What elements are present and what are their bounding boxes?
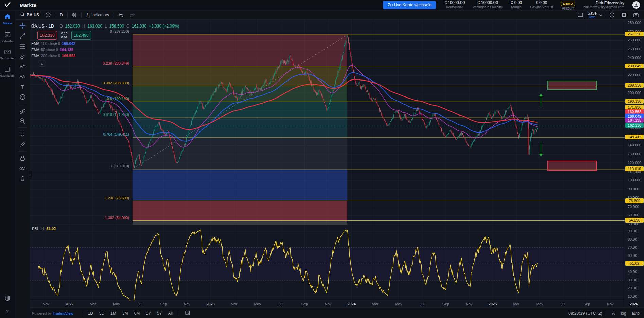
time-axis-label: 2024: [347, 302, 355, 306]
chart-area[interactable]: 0 (267.250)0.236 (230.849)0.382 (208.330…: [30, 19, 625, 301]
rsi-legend: RSI 14 51.02: [32, 227, 56, 231]
range-button-1m[interactable]: 1M: [108, 310, 119, 317]
camera-icon[interactable]: [631, 12, 641, 18]
trash-icon[interactable]: [17, 174, 28, 183]
lock-icon[interactable]: [17, 154, 28, 163]
text-icon[interactable]: T: [17, 82, 28, 91]
svg-text:1.382 (54.090): 1.382 (54.090): [105, 216, 129, 220]
pencil-icon[interactable]: [17, 140, 28, 149]
pattern-icon[interactable]: [17, 72, 28, 81]
scale-button-log[interactable]: log: [619, 310, 629, 317]
sidebar-item-märkte-0[interactable]: Märkte: [0, 10, 15, 28]
sidebar-item-nachrichten-2[interactable]: Nachrichten: [0, 46, 15, 63]
time-axis-label: 2023: [206, 302, 214, 306]
price-tag: 169.552: [625, 109, 644, 114]
svg-text:1.236 (76.609): 1.236 (76.609): [105, 196, 129, 200]
trendline-icon[interactable]: [17, 31, 28, 40]
ema-legend-row[interactable]: EMA200 close 0169.552: [31, 53, 179, 58]
time-axis-label: Nov: [466, 302, 473, 306]
top-bar: Märkte Zu Live-Konto wechseln € 10000.00…: [0, 0, 644, 11]
go-to-date-icon[interactable]: [182, 309, 193, 317]
price-tag: 162.330: [625, 123, 644, 128]
magnet-icon[interactable]: [17, 130, 28, 139]
home-icon: [4, 14, 11, 21]
contrast-icon[interactable]: [5, 295, 11, 302]
time-axis-label: Mar: [372, 302, 378, 306]
svg-text:0.236 (230.849): 0.236 (230.849): [103, 61, 129, 65]
time-axis-label: Nov: [607, 302, 614, 306]
price-axis-label: 140.000: [628, 143, 641, 147]
indicators-button[interactable]: ƒx Indicators: [84, 11, 111, 19]
panel-layout-icon[interactable]: [576, 12, 585, 18]
time-axis-label: Nov: [42, 302, 49, 306]
rsi-axis-label: 20.00: [628, 286, 637, 290]
price-axis-label: 60.000: [628, 213, 639, 217]
legend-collapse-button[interactable]: ▲: [39, 60, 45, 67]
range-button-1d[interactable]: 1D: [85, 310, 96, 317]
clock[interactable]: 08:28:39 (UTC+2): [568, 311, 602, 316]
range-button-3m[interactable]: 3M: [120, 310, 131, 317]
range-button-5y[interactable]: 5Y: [154, 310, 165, 317]
svg-text:1 (113.010): 1 (113.010): [110, 164, 129, 168]
price-tag: 230.849: [625, 64, 644, 68]
price-axis-label: 130.000: [628, 152, 641, 156]
price-tag: 113.010: [625, 166, 644, 171]
ema-legend-row[interactable]: EMA50 close 0164.135: [31, 47, 179, 52]
eye-icon[interactable]: [17, 164, 28, 173]
time-axis-label: Jul: [561, 302, 565, 306]
sidebar-item-kalender-1[interactable]: Kalender: [0, 28, 15, 46]
time-axis-label: Sep: [442, 302, 449, 306]
spread-value: 0.16 0.01: [58, 31, 70, 40]
time-axis-label: 2025: [489, 302, 497, 306]
range-button-all[interactable]: All: [166, 310, 175, 317]
pitchfork-icon[interactable]: [17, 52, 28, 61]
crosshair-icon[interactable]: [17, 21, 28, 30]
save-button[interactable]: Save Save: [588, 11, 597, 19]
price-tag: 149.411: [625, 135, 644, 139]
news-icon: [5, 67, 11, 73]
time-axis[interactable]: Nov2022MarMayJulSepNov2023MarMayJulSepNo…: [30, 301, 625, 308]
brand-logo-icon: [0, 2, 15, 8]
scale-button-auto[interactable]: auto: [629, 310, 642, 317]
interval-button[interactable]: D: [58, 12, 65, 18]
switch-live-account-button[interactable]: Zu Live-Konto wechseln: [383, 1, 436, 9]
change-value: +3.330 (+2.09%): [149, 24, 179, 29]
buy-button[interactable]: 162.490: [71, 31, 91, 40]
symbol-search[interactable]: BA.US: [18, 11, 41, 19]
zoom-in-icon[interactable]: [17, 116, 28, 125]
svg-text:0.382 (208.330): 0.382 (208.330): [103, 81, 129, 85]
price-axis-label: 120.000: [628, 161, 641, 165]
time-axis-label: May: [536, 302, 543, 306]
price-tag: 54.090: [625, 218, 644, 223]
range-button-5d[interactable]: 5D: [97, 310, 107, 317]
sidebar-item-nachrichten-3[interactable]: Nachrichten: [0, 63, 15, 81]
compare-add-icon[interactable]: [43, 11, 53, 18]
ruler-icon[interactable]: [17, 106, 28, 115]
price-axis[interactable]: 280.000270.000260.000250.000240.000230.0…: [625, 19, 644, 307]
bottom-bar: Powered by TradingView 1D5D1M3M6M1Y5YAll…: [15, 307, 644, 318]
symbol-legend: BA.US · 1D O162.030 H163.020 L158.500 C1…: [31, 23, 179, 58]
gear-icon[interactable]: [619, 11, 629, 19]
chart-style-icon[interactable]: [70, 12, 79, 18]
range-button-1y[interactable]: 1Y: [143, 310, 154, 317]
sell-button[interactable]: 162.330: [37, 31, 57, 40]
emoji-icon[interactable]: [17, 92, 28, 102]
toolbar-collapse-handle[interactable]: ›: [28, 170, 32, 179]
fib-retracement-icon[interactable]: [17, 41, 28, 51]
undo-icon[interactable]: [116, 12, 125, 18]
avatar[interactable]: [632, 1, 640, 9]
price-axis-label: 280.000: [628, 21, 641, 25]
rsi-axis-label: 30.00: [628, 278, 637, 282]
ema-legend-row[interactable]: EMA100 close 0166.042: [31, 41, 179, 46]
price-chart-canvas[interactable]: 0 (267.250)0.236 (230.849)0.382 (208.330…: [30, 19, 625, 301]
help-icon[interactable]: ?: [5, 308, 10, 315]
range-button-6m[interactable]: 6M: [132, 310, 143, 317]
redo-icon[interactable]: [128, 12, 137, 18]
tradingview-link[interactable]: TradingView: [53, 311, 73, 315]
flash-icon[interactable]: [607, 11, 617, 19]
chevron-down-icon[interactable]: [599, 13, 602, 17]
wave-icon[interactable]: [17, 62, 28, 71]
time-axis-label: Sep: [584, 302, 590, 306]
scale-button-%[interactable]: %: [609, 310, 618, 317]
account-stat: € 0.00Gewinn/Verlust: [530, 1, 553, 9]
